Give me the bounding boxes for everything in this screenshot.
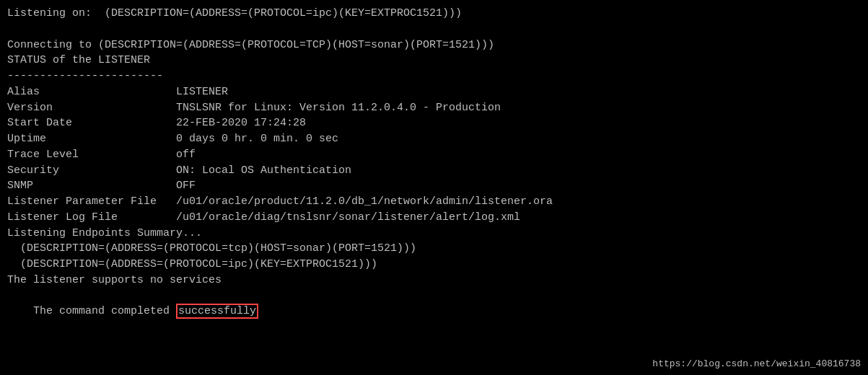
output-line-17: (DESCRIPTION=(ADDRESS=(PROTOCOL=ipc)(KEY… bbox=[7, 257, 861, 273]
output-line-1: Listening on: (DESCRIPTION=(ADDRESS=(PRO… bbox=[7, 6, 861, 22]
output-line-7: Version TNSLSNR for Linux: Version 11.2.… bbox=[7, 100, 861, 116]
output-line-6: Alias LISTENER bbox=[7, 84, 861, 100]
command-completed-prefix: The command completed bbox=[33, 305, 176, 317]
terminal-window: Listening on: (DESCRIPTION=(ADDRESS=(PRO… bbox=[0, 0, 868, 375]
output-line-5: ------------------------ bbox=[7, 69, 861, 84]
output-line-14: Listener Log File /u01/oracle/diag/tnsls… bbox=[7, 210, 861, 226]
output-line-19: The command completed successfully bbox=[7, 288, 861, 335]
output-line-15: Listening Endpoints Summary... bbox=[7, 226, 861, 242]
output-line-16: (DESCRIPTION=(ADDRESS=(PROTOCOL=tcp)(HOS… bbox=[7, 241, 861, 257]
output-line-3: Connecting to (DESCRIPTION=(ADDRESS=(PRO… bbox=[7, 38, 861, 53]
output-line-18: The listener supports no services bbox=[7, 273, 861, 288]
output-line-4: STATUS of the LISTENER bbox=[7, 53, 861, 69]
output-line-13: Listener Parameter File /u01/oracle/prod… bbox=[7, 194, 861, 210]
output-line-2 bbox=[7, 22, 861, 38]
output-line-11: Security ON: Local OS Authentication bbox=[7, 163, 861, 179]
output-line-12: SNMP OFF bbox=[7, 178, 861, 194]
output-line-10: Trace Level off bbox=[7, 147, 861, 163]
success-highlight: successfully bbox=[176, 304, 258, 319]
watermark: https://blog.csdn.net/weixin_40816738 bbox=[652, 358, 861, 369]
output-line-8: Start Date 22-FEB-2020 17:24:28 bbox=[7, 115, 861, 131]
output-line-9: Uptime 0 days 0 hr. 0 min. 0 sec bbox=[7, 131, 861, 147]
